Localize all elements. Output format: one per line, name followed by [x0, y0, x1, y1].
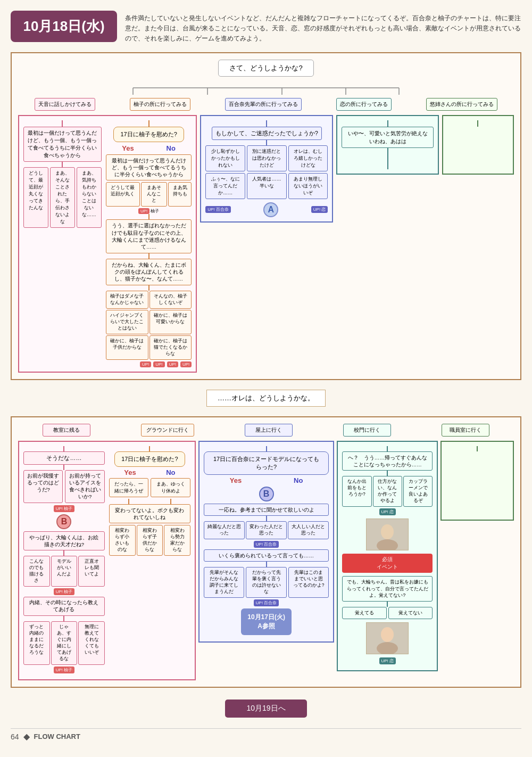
middle-section: 最初は一個だけって思うんだけど、もう一個、もう一個って食べてるうちに半分くらい食…	[18, 115, 514, 373]
gate-photo2	[366, 622, 409, 654]
svg-point-10	[381, 627, 394, 642]
up-badge-classroom2: UP! 柚子	[54, 588, 75, 595]
page-wrapper: 10月18日(水) 条件満たしていないと発生しないイベントなど、だんだんと複雑な…	[0, 0, 532, 757]
tenon-route: 最初は一個だけって思うんだけど、もう一個、もう一個って食べてるうちに半分くらい食…	[23, 120, 102, 228]
roof-yes: Yes	[230, 476, 242, 484]
section-a-marker: A	[263, 202, 278, 217]
ground-yn-branches: だったら、一緒に帰ろうぜ まあ、ゆっくり休めよ	[109, 478, 190, 504]
up-badge-gate2: UP! 恋	[379, 657, 396, 664]
yurina-answers: 少し恥ずかしかったかもしれない 別に迷惑だとは思わなかったけど オレは、むしろ嬉…	[205, 145, 328, 171]
classroom-flow1: やっぱり、大輪くんは、お絵描きの天才だね?	[23, 531, 105, 551]
date-display: 10月18日(水)	[11, 11, 117, 42]
lower-route-roof[interactable]: 屋上に行く	[245, 424, 293, 437]
yuzu-yes-branch: 最初は一個だけって思うんだけど、もう一個って食べてるうちに半分くらい食べちゃうか…	[106, 154, 192, 215]
classroom-col: そうだな…… お前が我慢するってのはどうだ? お前が持っているアイスを食べきれば…	[23, 446, 105, 676]
gate-answers2: 覚えてる 覚えてない	[342, 607, 433, 619]
yuu-section	[442, 115, 514, 175]
middle-question: ……オレは、どうしようかな。	[206, 390, 326, 407]
ground-col: 17日に柚子を慰めた? Yes No だったら、一緒に帰ろうぜ まあ、ゆっくり	[109, 446, 190, 556]
page-footer: 64 ◆ FLOW CHART	[11, 728, 521, 742]
route-tenon[interactable]: 天音に話しかけてみる	[35, 98, 95, 111]
koi-text: いや〜、可愛いと気苦労が絶えないわね、あはは	[342, 127, 434, 148]
lower-route-ground[interactable]: グラウンドに行く	[141, 424, 194, 437]
classroom-naishyo: 内緒、その時になったら教えてあげる	[23, 597, 105, 616]
yurina-question: もしかして、ご迷惑だったでしょうか?	[212, 127, 322, 140]
lower-teal-section: へ？ うう……帰ってすぐあんなことになっちゃったから…… なんか出前をもとろうか…	[337, 441, 438, 671]
footer-icon: ◆	[23, 731, 30, 742]
lower-route-gate[interactable]: 校門に行く	[343, 424, 391, 437]
yurina-section: もしかして、ご迷惑だったでしょうか? 少し恥ずかしかったかもしれない 別に迷惑だ…	[200, 115, 333, 223]
section-b-marker-left: B	[56, 514, 71, 529]
ground-yes: Yes	[124, 468, 136, 476]
roof-text2: いくら褒められているって言っても……	[204, 549, 329, 562]
up-badge-gate: UP! 恋	[379, 508, 396, 515]
no-label: No	[167, 144, 176, 152]
ground-flow1: 変わってないよ。ボクも変われてないしね	[109, 504, 190, 524]
date-special: 10月17日(火)A参照	[241, 608, 292, 635]
lower-complex-flow: そうだな…… お前が我慢するってのはどうだ? お前が持っているアイスを食べきれば…	[18, 441, 514, 681]
up-badge-koi: UP! 恋	[311, 206, 328, 213]
yuzu-bottom-answers: 柚子はダメな子なんかじゃない そんなの、柚子しくないぞ ハイジャンプくらいで大し…	[106, 291, 192, 360]
up-badge-classroom: UP! 柚子	[54, 505, 75, 512]
up-badge-yurina: UP! 百合奈	[205, 206, 231, 213]
up-badge-classroom3: UP! 柚子	[54, 667, 75, 673]
roof-question: 17日に百合奈にヌードモデルになってもらった?	[204, 451, 329, 475]
up-badge-roof: UP! 百合奈	[254, 541, 279, 548]
lower-route-office[interactable]: 職員室に行く	[442, 424, 489, 437]
tenon-answers: どうして、最近顔が丸くなってきたんな まあ、そんなことされた ら、手伝わさないよ…	[23, 167, 102, 228]
gate-photo1	[366, 519, 409, 550]
yuzu-question: 17日に柚子を慰めた?	[113, 127, 184, 142]
yuzu-route: 17日に柚子を慰めた? Yes No 最初は一個だけって思うんだけど、もう一個っ…	[106, 120, 192, 367]
roof-no: No	[294, 476, 303, 484]
classroom-answers2: ずっと内緒のままになるだろうな じゃあ、すぐに内緒にしてあげるな 無理に教えてく…	[23, 621, 105, 665]
top-flowchart-section: さて、どうしようかな? 天音に話しかけてみる 柚子の所に行ってみる 百合奈先輩の…	[11, 52, 521, 380]
page-number: 64	[11, 733, 19, 741]
middle-divider: ……オレは、どうしようかな。	[11, 384, 521, 412]
route-yurina[interactable]: 百合奈先輩の所に行ってみる	[225, 98, 302, 111]
up-badge-yuzu2: UP!	[140, 361, 151, 367]
lower-green-section	[440, 441, 514, 521]
classroom-text: そうだな……	[23, 451, 105, 465]
bottom-nav[interactable]: 10月19日へ	[225, 700, 306, 718]
up-badge-roof2: UP! 百合奈	[254, 599, 279, 606]
roof-answers: 綺麗な人だと思った 変わった人だと思った 大人しい人だと思った	[204, 521, 329, 539]
route-yuzu[interactable]: 柚子の所に行ってみる	[130, 98, 190, 111]
roof-bottom-answers: 先輩がそんなだからみんな調子に来てしまうんだ だからって先輩を褒く言うのは許せな…	[204, 567, 329, 598]
bottom-nav-container: 10月19日へ	[11, 694, 521, 723]
required-badge: 必須イベント	[342, 554, 433, 573]
svg-point-7	[381, 524, 394, 539]
gate-photo2-container	[342, 622, 433, 654]
gate-text1: へ？ うう……帰ってすぐあんなことになっちゃったから……	[342, 451, 433, 471]
classroom-answers: こんなのでも描けるさ モデルがいいんだよ 正直オレも聞いてよ	[23, 556, 105, 587]
up-badge-yuzu: UP!	[138, 208, 149, 214]
yuzu-flow-text2: だからね、大輪くん、たまにボクの頭をぽんぽんしてくれるし、猫子かな〜、なんて……	[106, 259, 192, 285]
footer-title: FLOW CHART	[34, 733, 80, 740]
yurina-answers2: ふぅ〜、なに言ってんだか…… 人気者は……半いな あまり無理しないほうがいいぞ	[205, 173, 328, 199]
lower-route-row: 教室に残る グラウンドに行く 屋上に行く 校門に行く 職員室に行く	[18, 424, 514, 437]
lower-pink-section: そうだな…… お前が我慢するってのはどうだ? お前が持っているアイスを食べきれば…	[18, 441, 196, 681]
pink-section: 最初は一個だけって思うんだけど、もう一個、もう一個って食べてるうちに半分くらい食…	[18, 115, 197, 373]
ground-answers: 相変わらず小さいものな 相変わらず子供だからな 相変わら勢力家だからな	[109, 525, 190, 556]
koi-section: いや〜、可愛いと気苦労が絶えないわね、あはは	[336, 115, 439, 175]
yes-label: Yes	[122, 144, 134, 152]
yuzu-flow-text1: うう、選手に選ばれなかっただけでも駄目な子なのにその上、大輪くんにまで迷惑かける…	[106, 219, 192, 253]
gate-photos	[342, 519, 433, 550]
classroom-choices: お前が我慢するってのはどうだ? お前が持っているアイスを食べきればいいか?	[23, 470, 105, 503]
gate-text2: でも、大輪ちゃん。昔は私をお嫌にもらってくれって、自分で言ってたんだよ。覚えてな…	[342, 576, 433, 602]
route-yuu[interactable]: 悠姉さんの所に行ってみる	[426, 98, 497, 111]
ground-no: No	[166, 468, 175, 476]
route-row: 天音に話しかけてみる 柚子の所に行ってみる 百合奈先輩の所に行ってみる 恋の所に…	[18, 98, 514, 111]
header-section: 10月18日(水) 条件満たしていないと発生しないイベントなど、だんだんと複雑な…	[11, 11, 521, 44]
section-b-marker-blue: B	[259, 487, 274, 501]
lower-blue-section: 17日に百合奈にヌードモデルになってもらった? Yes No B 一応ね。参考ま…	[198, 441, 334, 643]
start-question: さて、どうしようかな?	[218, 60, 313, 77]
lower-flowchart-section: 教室に残る グラウンドに行く 屋上に行く 校門に行く 職員室に行く そうだな………	[11, 416, 521, 688]
ground-question: 17日に柚子を慰めた?	[114, 451, 185, 467]
header-description: 条件満たしていないと発生しないイベントなど、だんだんと複雑なフローチャートになっ…	[125, 11, 521, 44]
lower-route-classroom[interactable]: 教室に残る	[43, 424, 90, 437]
gate-answers: なんか出前をもとろうか? 仕方がない、なんか作ってやるよ カップラーメンで良いよ…	[342, 476, 433, 507]
roof-flow1: 一応ね。参考までに聞かせて欲しいのよ	[204, 504, 329, 516]
route-koi[interactable]: 恋の所に行ってみる	[336, 98, 392, 111]
